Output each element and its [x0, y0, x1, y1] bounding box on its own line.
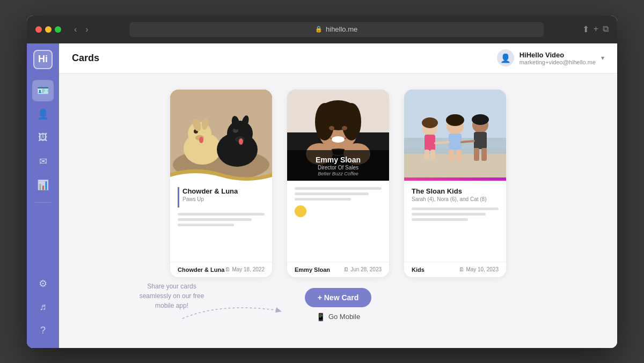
card-footer-name: Chowder & Luna: [178, 266, 224, 273]
cards-icon: 🪪: [37, 85, 49, 97]
card-line-6: [295, 198, 351, 201]
card-footer-date-kids: 🗓 May 10, 2023: [459, 266, 499, 272]
tabs-icon[interactable]: ⧉: [603, 24, 609, 34]
card-sloan-kids[interactable]: The Sloan Kids Sarah (4), Nora (6), and …: [404, 90, 506, 277]
card-body-chowder: Chowder & Luna Paws Up: [170, 181, 272, 262]
avatar: 👤: [497, 49, 514, 66]
card-footer-emmy: Emmy Sloan 🗓 Jun 28, 2023: [287, 262, 389, 277]
sidebar-item-analytics[interactable]: 📊: [32, 174, 54, 196]
card-line-8: [412, 213, 486, 216]
card-line-1: [178, 213, 265, 216]
avatar-icon: 👤: [500, 53, 511, 63]
sidebar-item-help[interactable]: ?: [32, 320, 54, 342]
card-footer-date: 🗓 May 18, 2022: [225, 266, 265, 272]
user-name: HiHello Video: [519, 51, 596, 59]
svg-point-20: [315, 103, 334, 140]
svg-rect-39: [449, 150, 454, 161]
card-avatar-row: [295, 205, 382, 217]
sidebar: Hi 🪪 👤 🖼 ✉ 📊: [27, 43, 59, 348]
sidebar-item-cards[interactable]: 🪪: [32, 80, 54, 101]
svg-rect-40: [456, 150, 462, 161]
sidebar-item-contacts[interactable]: 👤: [32, 103, 54, 125]
svg-line-48: [462, 141, 474, 142]
user-email: marketing+video@hihello.me: [519, 59, 596, 65]
card-line-2: [178, 218, 252, 221]
svg-rect-44: [474, 148, 479, 161]
svg-point-26: [342, 126, 347, 130]
card-line-3: [178, 224, 234, 226]
spotify-icon: ♬: [39, 301, 47, 313]
overlay-title: Director Of Sales: [294, 165, 383, 171]
address-bar[interactable]: 🔒 hihello.me: [129, 22, 544, 37]
forward-button[interactable]: ›: [83, 24, 90, 35]
new-card-button[interactable]: + New Card: [305, 288, 372, 307]
minimize-button[interactable]: [45, 26, 52, 33]
svg-line-47: [435, 142, 449, 143]
phone-icon: 📱: [316, 313, 325, 321]
mail-icon: ✉: [39, 155, 47, 167]
calendar-icon-emmy: 🗓: [343, 266, 349, 272]
browser-chrome: ‹ › 🔒 hihello.me ⬆ + ⧉: [27, 16, 617, 43]
card-emmy-sloan[interactable]: Emmy Sloan Director Of Sales Better Buzz…: [287, 90, 389, 277]
maximize-button[interactable]: [55, 26, 61, 33]
dotted-path-svg: [177, 300, 284, 321]
card-footer-name-kids: Kids: [412, 266, 425, 273]
card-name-kids: The Sloan Kids: [412, 187, 499, 195]
card-footer-kids: Kids 🗓 May 10, 2023: [404, 262, 506, 277]
card-chowder-luna[interactable]: Chowder & Luna Paws Up Chowder & Luna 🗓: [170, 90, 272, 277]
contacts-icon: 👤: [37, 108, 49, 120]
url-text: hihello.me: [326, 25, 357, 33]
svg-rect-35: [430, 150, 435, 160]
app-container: Hi 🪪 👤 🖼 ✉ 📊: [27, 43, 617, 348]
back-button[interactable]: ‹: [72, 24, 79, 35]
main-content: Cards 👤 HiHello Video marketing+video@hi…: [59, 43, 617, 348]
card-image-chowder: [170, 90, 272, 181]
card-line-9: [412, 218, 468, 221]
sidebar-logo[interactable]: Hi: [33, 50, 53, 69]
traffic-lights: [35, 26, 61, 33]
new-tab-icon[interactable]: +: [594, 24, 598, 34]
go-mobile-label: Go Mobile: [328, 313, 360, 321]
gallery-icon: 🖼: [38, 132, 48, 143]
help-icon: ?: [40, 325, 46, 336]
close-button[interactable]: [35, 26, 42, 33]
svg-point-15: [239, 138, 243, 145]
card-body-emmy: [287, 181, 389, 262]
chevron-down-icon: ▾: [601, 54, 604, 62]
share-icon[interactable]: ⬆: [582, 24, 589, 34]
card-name: Chowder & Luna: [182, 187, 265, 195]
page-title: Cards: [72, 53, 99, 64]
card-image-emmy-container: Emmy Sloan Director Of Sales Better Buzz…: [287, 90, 389, 181]
svg-point-46: [472, 114, 489, 125]
browser-actions: ⬆ + ⧉: [582, 24, 609, 34]
svg-rect-33: [425, 135, 435, 151]
overlay-name: Emmy Sloan: [294, 155, 383, 164]
svg-point-36: [422, 117, 438, 128]
svg-point-25: [329, 126, 334, 130]
logo-text: Hi: [38, 54, 48, 65]
svg-rect-45: [481, 148, 487, 161]
sidebar-item-spotify[interactable]: ♬: [32, 297, 54, 318]
sidebar-bottom: ⚙ ♬ ?: [32, 273, 54, 342]
browser-controls: ‹ ›: [72, 24, 91, 35]
cards-grid: Chowder & Luna Paws Up Chowder & Luna 🗓: [80, 90, 596, 277]
sidebar-item-settings[interactable]: ⚙: [32, 273, 54, 294]
sidebar-item-gallery[interactable]: 🖼: [32, 127, 54, 149]
calendar-icon-kids: 🗓: [459, 266, 464, 272]
settings-icon: ⚙: [39, 278, 47, 290]
card-subtitle-kids: Sarah (4), Nora (6), and Cat (8): [412, 196, 499, 202]
sidebar-item-mail[interactable]: ✉: [32, 151, 54, 172]
card-footer-name-emmy: Emmy Sloan: [295, 266, 330, 273]
svg-point-41: [446, 114, 464, 126]
card-line-4: [295, 187, 382, 190]
card-mini-avatar: [295, 205, 306, 217]
svg-rect-43: [474, 132, 487, 149]
card-image-kids-container: [404, 90, 506, 181]
analytics-icon: 📊: [37, 179, 49, 191]
user-info: HiHello Video marketing+video@hihello.me: [519, 51, 596, 65]
cards-area: Chowder & Luna Paws Up Chowder & Luna 🗓: [59, 73, 617, 348]
go-mobile-button[interactable]: 📱 Go Mobile: [316, 313, 360, 321]
card-line-5: [295, 192, 369, 195]
card-image-kids: [404, 90, 506, 181]
user-menu[interactable]: 👤 HiHello Video marketing+video@hihello.…: [497, 49, 604, 66]
